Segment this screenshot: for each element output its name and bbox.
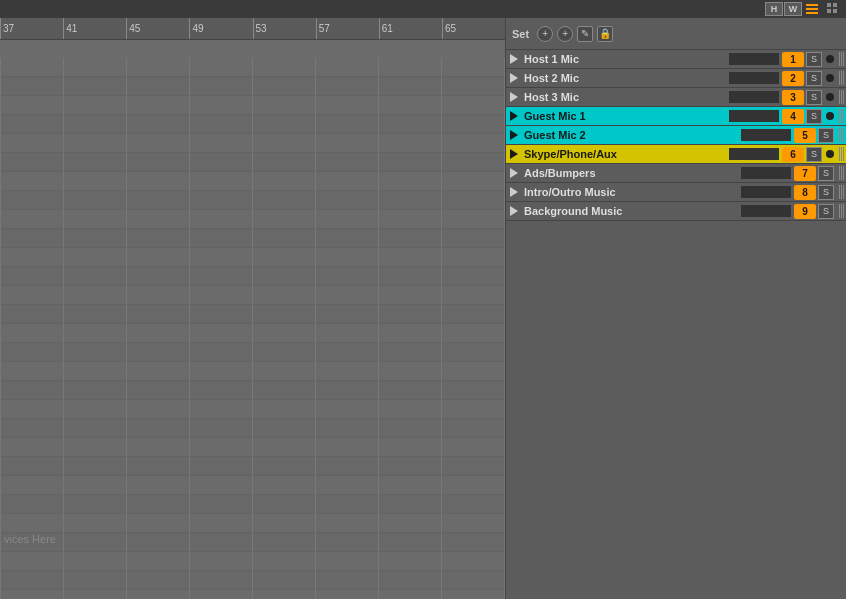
track-solo-button[interactable]: S [818, 166, 834, 181]
track-meter [741, 167, 791, 179]
svg-rect-2 [827, 9, 831, 13]
track-name: Host 1 Mic [522, 53, 726, 65]
track-solo-button[interactable]: S [806, 90, 822, 105]
track-play-button[interactable] [506, 88, 522, 107]
add-track-button-2[interactable]: + [557, 26, 573, 42]
track-drag-handle [836, 164, 846, 183]
svg-rect-0 [827, 3, 831, 7]
track-row: Guest Mic 1 4 S [506, 107, 846, 126]
track-drag-handle [836, 202, 846, 221]
add-track-button-1[interactable]: + [537, 26, 553, 42]
track-number: 3 [782, 90, 804, 105]
track-drag-handle [836, 126, 846, 145]
timeline-area: 37 41 45 49 53 57 61 65 [0, 18, 505, 599]
track-play-button[interactable] [506, 183, 522, 202]
timeline-ruler: 37 41 45 49 53 57 61 65 [0, 18, 505, 40]
top-bar: H W [0, 0, 846, 18]
track-solo-button[interactable]: S [806, 147, 822, 162]
grid-lines [0, 58, 505, 599]
track-play-button[interactable] [506, 202, 522, 221]
track-drag-handle [836, 107, 846, 126]
set-header: Set + + ✎ 🔒 [506, 18, 846, 50]
track-solo-button[interactable]: S [806, 109, 822, 124]
track-drag-handle [836, 69, 846, 88]
ruler-mark-41: 41 [63, 18, 126, 39]
w-button[interactable]: W [784, 2, 802, 16]
track-name: Background Music [522, 205, 738, 217]
track-number: 6 [782, 147, 804, 162]
track-meter [729, 148, 779, 160]
track-meter [729, 53, 779, 65]
set-label: Set [512, 28, 529, 40]
ruler-mark-53: 53 [253, 18, 316, 39]
ruler-mark-61: 61 [379, 18, 442, 39]
track-play-button[interactable] [506, 164, 522, 183]
track-row: Host 3 Mic 3 S [506, 88, 846, 107]
svg-rect-3 [833, 9, 837, 13]
right-panel: Set + + ✎ 🔒 Host 1 Mic 1 S Host 2 Mic 2 … [505, 18, 846, 599]
track-meter [729, 91, 779, 103]
track-number: 7 [794, 166, 816, 181]
track-meter [741, 205, 791, 217]
ruler-mark-49: 49 [189, 18, 252, 39]
lock-button[interactable]: 🔒 [597, 26, 613, 42]
track-play-button[interactable] [506, 69, 522, 88]
track-row: Ads/Bumpers 7 S [506, 164, 846, 183]
track-solo-button[interactable]: S [806, 52, 822, 67]
track-record-dot[interactable] [826, 74, 834, 82]
track-solo-button[interactable]: S [818, 204, 834, 219]
ruler-mark-45: 45 [126, 18, 189, 39]
track-record-dot[interactable] [826, 150, 834, 158]
track-row: Intro/Outro Music 8 S [506, 183, 846, 202]
track-row: Host 1 Mic 1 S [506, 50, 846, 69]
track-number: 5 [794, 128, 816, 143]
track-name: Host 3 Mic [522, 91, 726, 103]
track-name: Intro/Outro Music [522, 186, 738, 198]
track-name: Guest Mic 1 [522, 110, 726, 122]
track-solo-button[interactable]: S [818, 185, 834, 200]
track-solo-button[interactable]: S [806, 71, 822, 86]
track-row: Skype/Phone/Aux 6 S [506, 145, 846, 164]
track-meter [729, 72, 779, 84]
h-button[interactable]: H [765, 2, 783, 16]
ruler-mark-37: 37 [0, 18, 63, 39]
track-name: Skype/Phone/Aux [522, 148, 726, 160]
track-drag-handle [836, 88, 846, 107]
track-record-dot[interactable] [826, 55, 834, 63]
hamburger-menu-icon[interactable] [803, 2, 821, 16]
track-number: 9 [794, 204, 816, 219]
track-row: Guest Mic 2 5 S [506, 126, 846, 145]
track-drag-handle [836, 145, 846, 164]
ruler-mark-57: 57 [316, 18, 379, 39]
track-row: Host 2 Mic 2 S [506, 69, 846, 88]
track-number: 2 [782, 71, 804, 86]
track-name: Host 2 Mic [522, 72, 726, 84]
track-meter [729, 110, 779, 122]
track-drag-handle [836, 183, 846, 202]
track-row: Background Music 9 S [506, 202, 846, 221]
track-play-button[interactable] [506, 50, 522, 69]
grid-area [0, 58, 505, 599]
ruler-mark-65: 65 [442, 18, 505, 39]
track-meter [741, 186, 791, 198]
track-drag-handle [836, 50, 846, 69]
track-record-dot[interactable] [826, 112, 834, 120]
track-number: 8 [794, 185, 816, 200]
track-number: 4 [782, 109, 804, 124]
grid-view-icon[interactable] [824, 2, 842, 16]
tracks-container: Host 1 Mic 1 S Host 2 Mic 2 S Host 3 Mic… [506, 50, 846, 221]
track-name: Ads/Bumpers [522, 167, 738, 179]
track-name: Guest Mic 2 [522, 129, 738, 141]
track-number: 1 [782, 52, 804, 67]
track-play-button[interactable] [506, 145, 522, 164]
ruler-marks: 37 41 45 49 53 57 61 65 [0, 18, 505, 39]
track-meter [741, 129, 791, 141]
pencil-button[interactable]: ✎ [577, 26, 593, 42]
track-play-button[interactable] [506, 126, 522, 145]
track-solo-button[interactable]: S [818, 128, 834, 143]
svg-rect-1 [833, 3, 837, 7]
bottom-label: vices Here [0, 529, 60, 549]
track-play-button[interactable] [506, 107, 522, 126]
track-record-dot[interactable] [826, 93, 834, 101]
